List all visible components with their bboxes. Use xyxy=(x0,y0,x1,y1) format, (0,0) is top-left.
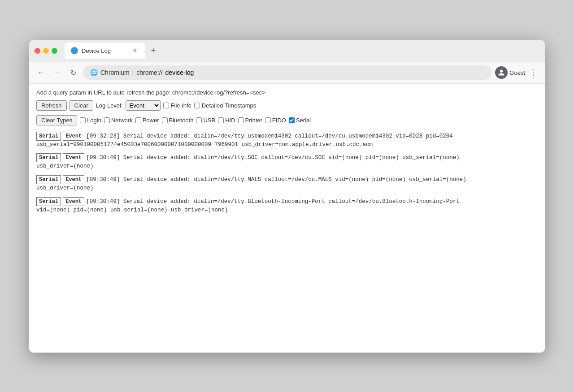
type-hid-checkbox[interactable] xyxy=(218,117,224,123)
active-tab[interactable]: 🌐 Device Log ✕ xyxy=(65,43,145,59)
type-bluetooth-checkbox[interactable] xyxy=(162,117,168,123)
url-bold-part: device-log xyxy=(165,69,194,76)
traffic-lights xyxy=(35,48,57,54)
type-bluetooth-text: Bluetooth xyxy=(169,117,194,124)
type-login-label[interactable]: Login xyxy=(80,117,101,124)
profile-area: Guest ⋮ xyxy=(495,66,539,79)
reload-button[interactable]: ↻ xyxy=(67,66,79,79)
detailed-timestamps-checkbox-label[interactable]: Detailed Timestamps xyxy=(194,102,256,109)
type-printer-checkbox[interactable] xyxy=(238,117,244,123)
forward-button[interactable]: → xyxy=(51,66,63,79)
type-fido-label[interactable]: FIDO xyxy=(265,117,286,124)
log-entry-body: usb_driver=(none) xyxy=(36,184,538,193)
type-usb-text: USB xyxy=(203,117,215,124)
tab-favicon: 🌐 xyxy=(71,47,78,54)
profile-icon[interactable] xyxy=(495,66,508,79)
tab-bar: 🌐 Device Log ✕ + xyxy=(65,43,539,59)
file-info-checkbox-label[interactable]: File Info xyxy=(163,102,191,109)
browser-menu-button[interactable]: ⋮ xyxy=(527,66,539,79)
type-hid-label[interactable]: HID xyxy=(218,117,235,124)
log-entry-body: usb_serial=9901000051774e45003e700600000… xyxy=(36,141,538,149)
url-bar[interactable]: 🌐 Chromium | chrome://device-log xyxy=(83,65,491,80)
type-serial-checkbox[interactable] xyxy=(289,117,295,123)
log-entries: Serial Event [09:32:23] Serial device ad… xyxy=(36,132,538,215)
minimize-window-button[interactable] xyxy=(43,48,49,54)
type-serial-label[interactable]: Serial xyxy=(289,117,311,124)
type-power-checkbox[interactable] xyxy=(135,117,141,123)
type-hid-text: HID xyxy=(225,117,235,124)
log-level-select[interactable]: Event Debug Info Warning Error xyxy=(126,100,161,111)
log-level-label: Log Level: xyxy=(96,102,123,109)
type-network-checkbox[interactable] xyxy=(104,117,110,123)
type-bluetooth-label[interactable]: Bluetooth xyxy=(162,117,194,124)
browser-name: Chromium xyxy=(100,69,130,76)
type-power-text: Power xyxy=(143,117,159,124)
refresh-button[interactable]: Refresh xyxy=(36,100,67,111)
file-info-label: File Info xyxy=(171,102,191,109)
type-printer-text: Printer xyxy=(245,117,262,124)
level-badge: Event xyxy=(63,197,84,206)
page-content: Add a query param in URL to auto-refresh… xyxy=(29,84,545,353)
back-button[interactable]: ← xyxy=(35,66,47,79)
type-power-label[interactable]: Power xyxy=(135,117,159,124)
log-entry: Serial Event [09:30:49] Serial device ad… xyxy=(36,153,538,171)
url-plain-part: chrome:// xyxy=(136,69,162,76)
types-row: Clear Types Login Network Power Bluetoot… xyxy=(36,115,538,125)
clear-button[interactable]: Clear xyxy=(70,100,93,111)
type-badge: Serial xyxy=(36,175,61,184)
log-entry: Serial Event [09:30:49] Serial device ad… xyxy=(36,197,538,215)
type-fido-checkbox[interactable] xyxy=(265,117,271,123)
log-entry-header: Serial Event [09:30:49] Serial device ad… xyxy=(36,175,538,184)
tab-close-button[interactable]: ✕ xyxy=(131,47,139,55)
clear-types-button[interactable]: Clear Types xyxy=(36,115,77,125)
log-entry-message: [09:30:49] Serial device added: dialin=/… xyxy=(86,176,466,184)
type-network-text: Network xyxy=(111,117,133,124)
address-bar: ← → ↻ 🌐 Chromium | chrome://device-log G… xyxy=(29,62,545,84)
title-bar: 🌐 Device Log ✕ + xyxy=(29,40,545,62)
log-entry: Serial Event [09:30:49] Serial device ad… xyxy=(36,175,538,193)
type-network-label[interactable]: Network xyxy=(104,117,133,124)
detailed-timestamps-label: Detailed Timestamps xyxy=(202,102,256,109)
log-entry-header: Serial Event [09:30:49] Serial device ad… xyxy=(36,153,538,162)
level-badge: Event xyxy=(63,153,84,162)
url-separator: | xyxy=(132,69,134,76)
log-entry-body: usb_driver=(none) xyxy=(36,162,538,171)
maximize-window-button[interactable] xyxy=(52,48,57,54)
detailed-timestamps-checkbox[interactable] xyxy=(194,103,200,108)
level-badge: Event xyxy=(63,132,84,141)
level-badge: Event xyxy=(63,175,84,184)
browser-window: 🌐 Device Log ✕ + ← → ↻ 🌐 Chromium | chro… xyxy=(29,40,545,353)
type-badge: Serial xyxy=(36,197,61,206)
type-fido-text: FIDO xyxy=(272,117,286,124)
log-entry-message: [09:30:49] Serial device added: dialin=/… xyxy=(86,198,460,206)
tab-title: Device Log xyxy=(82,47,127,54)
toolbar-row1: Refresh Clear Log Level: Event Debug Inf… xyxy=(36,100,538,111)
profile-label: Guest xyxy=(509,69,525,76)
info-bar: Add a query param in URL to auto-refresh… xyxy=(36,89,538,96)
log-entry-body: vid=(none) pid=(none) usb_serial=(none) … xyxy=(36,206,538,215)
type-badge: Serial xyxy=(36,153,61,162)
type-usb-label[interactable]: USB xyxy=(196,117,215,124)
log-entry-header: Serial Event [09:30:49] Serial device ad… xyxy=(36,197,538,206)
file-info-checkbox[interactable] xyxy=(163,103,169,108)
log-entry-message: [09:32:23] Serial device added: dialin=/… xyxy=(86,132,453,141)
close-window-button[interactable] xyxy=(35,48,40,54)
type-login-checkbox[interactable] xyxy=(80,117,86,123)
log-entry-message: [09:30:49] Serial device added: dialin=/… xyxy=(86,154,460,162)
type-printer-label[interactable]: Printer xyxy=(238,117,262,124)
type-login-text: Login xyxy=(87,117,101,124)
type-serial-text: Serial xyxy=(296,117,311,124)
log-entry: Serial Event [09:32:23] Serial device ad… xyxy=(36,132,538,149)
new-tab-button[interactable]: + xyxy=(147,44,160,57)
type-badge: Serial xyxy=(36,132,61,141)
type-usb-checkbox[interactable] xyxy=(196,117,202,123)
log-entry-header: Serial Event [09:32:23] Serial device ad… xyxy=(36,132,538,141)
site-icon: 🌐 xyxy=(90,69,98,76)
